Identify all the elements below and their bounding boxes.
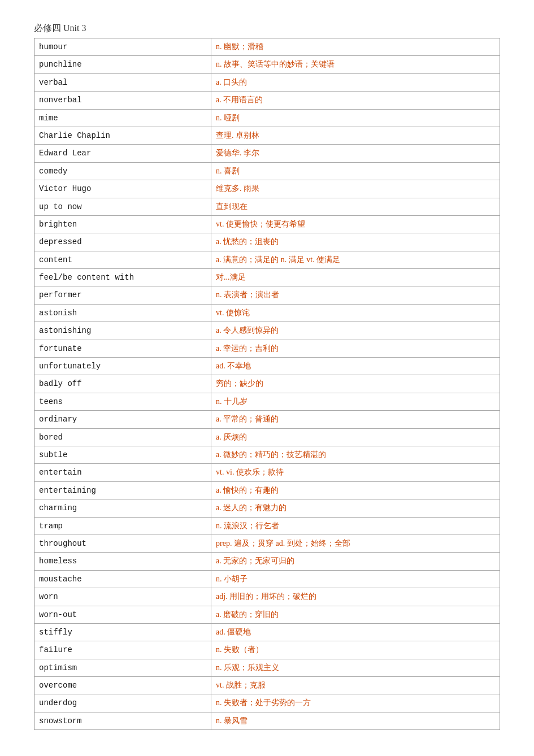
table-row: underdogn. 失败者；处于劣势的一方 — [34, 694, 500, 712]
definition-cell: 直到现在 — [211, 198, 500, 215]
table-row: overcomevt. 战胜；克服 — [34, 677, 500, 694]
word-cell: up to now — [34, 198, 211, 215]
definition-cell: a. 无家的；无家可归的 — [211, 553, 500, 570]
definition-cell: vt. 战胜；克服 — [211, 677, 500, 694]
definition-cell: adj. 用旧的；用坏的；破烂的 — [211, 588, 500, 606]
table-row: failuren. 失败（者） — [34, 641, 500, 659]
table-row: brightenvt. 使更愉快；使更有希望 — [34, 215, 500, 233]
definition-cell: a. 忧愁的；沮丧的 — [211, 233, 500, 251]
table-row: Edward Lear爱德华. 李尔 — [34, 145, 500, 162]
table-row: comedyn. 喜剧 — [34, 162, 500, 180]
definition-cell: a. 磨破的；穿旧的 — [211, 606, 500, 623]
word-cell: subtle — [34, 446, 211, 463]
definition-cell: prep. 遍及；贯穿 ad. 到处；始终；全部 — [211, 535, 500, 552]
word-cell: comedy — [34, 162, 211, 180]
table-row: teensn. 十几岁 — [34, 393, 500, 410]
definition-cell: a. 不用语言的 — [211, 92, 500, 109]
word-cell: unfortunately — [34, 358, 211, 375]
page-title: 必修四 Unit 3 — [34, 23, 500, 34]
word-cell: ordinary — [34, 411, 211, 428]
definition-cell: ad. 不幸地 — [211, 358, 500, 375]
table-row: performern. 表演者；演出者 — [34, 286, 500, 304]
word-cell: worn — [34, 588, 211, 606]
table-row: Charlie Chaplin查理. 卓别林 — [34, 127, 500, 144]
word-cell: content — [34, 251, 211, 268]
word-cell: failure — [34, 641, 211, 659]
definition-cell: a. 平常的；普通的 — [211, 411, 500, 428]
definition-cell: a. 满意的；满足的 n. 满足 vt. 使满足 — [211, 251, 500, 268]
definition-cell: vt. 使惊诧 — [211, 304, 500, 321]
word-cell: astonishing — [34, 322, 211, 340]
word-cell: punchline — [34, 56, 211, 73]
word-cell: bored — [34, 428, 211, 446]
definition-cell: n. 乐观；乐观主义 — [211, 659, 500, 676]
table-row: fortunatea. 幸运的；吉利的 — [34, 340, 500, 357]
word-cell: teens — [34, 393, 211, 410]
table-row: entertaininga. 愉快的；有趣的 — [34, 481, 500, 499]
word-cell: performer — [34, 286, 211, 304]
definition-cell: a. 令人感到惊异的 — [211, 322, 500, 340]
definition-cell: n. 流浪汉；行乞者 — [211, 517, 500, 535]
table-row: nonverbala. 不用语言的 — [34, 92, 500, 109]
table-row: verbala. 口头的 — [34, 73, 500, 91]
definition-cell: a. 迷人的；有魅力的 — [211, 499, 500, 517]
word-cell: Edward Lear — [34, 145, 211, 162]
definition-cell: a. 微妙的；精巧的；技艺精湛的 — [211, 446, 500, 463]
definition-cell: n. 故事、笑话等中的妙语；关键语 — [211, 56, 500, 73]
table-row: contenta. 满意的；满足的 n. 满足 vt. 使满足 — [34, 251, 500, 268]
table-row: stifflyad. 僵硬地 — [34, 623, 500, 641]
table-row: mimen. 哑剧 — [34, 109, 500, 127]
word-cell: optimism — [34, 659, 211, 676]
definition-cell: n. 喜剧 — [211, 162, 500, 180]
table-row: feel/be content with对...满足 — [34, 269, 500, 286]
word-cell: fortunate — [34, 340, 211, 357]
definition-cell: vt. 使更愉快；使更有希望 — [211, 215, 500, 233]
word-cell: brighten — [34, 215, 211, 233]
word-cell: underdog — [34, 694, 211, 712]
word-cell: entertain — [34, 464, 211, 481]
word-cell: badly off — [34, 375, 211, 393]
table-row: boreda. 厌烦的 — [34, 428, 500, 446]
definition-cell: n. 失败者；处于劣势的一方 — [211, 694, 500, 712]
table-row: depresseda. 忧愁的；沮丧的 — [34, 233, 500, 251]
table-row: optimismn. 乐观；乐观主义 — [34, 659, 500, 676]
word-cell: moustache — [34, 570, 211, 588]
table-row: humourn. 幽默；滑稽 — [34, 38, 500, 56]
word-cell: snowstorm — [34, 712, 211, 729]
table-row: Victor Hugo维克多. 雨果 — [34, 180, 500, 198]
word-cell: depressed — [34, 233, 211, 251]
definition-cell: n. 暴风雪 — [211, 712, 500, 729]
table-row: wornadj. 用旧的；用坏的；破烂的 — [34, 588, 500, 606]
definition-cell: n. 哑剧 — [211, 109, 500, 127]
table-row: trampn. 流浪汉；行乞者 — [34, 517, 500, 535]
definition-cell: a. 厌烦的 — [211, 428, 500, 446]
definition-cell: 对...满足 — [211, 269, 500, 286]
vocabulary-table: humourn. 幽默；滑稽punchlinen. 故事、笑话等中的妙语；关键语… — [34, 38, 500, 730]
word-cell: overcome — [34, 677, 211, 694]
table-row: snowstormn. 暴风雪 — [34, 712, 500, 729]
word-cell: mime — [34, 109, 211, 127]
table-row: worn-outa. 磨破的；穿旧的 — [34, 606, 500, 623]
definition-cell: a. 幸运的；吉利的 — [211, 340, 500, 357]
table-row: throughoutprep. 遍及；贯穿 ad. 到处；始终；全部 — [34, 535, 500, 552]
word-cell: stiffly — [34, 623, 211, 641]
word-cell: Victor Hugo — [34, 180, 211, 198]
word-cell: worn-out — [34, 606, 211, 623]
word-cell: nonverbal — [34, 92, 211, 109]
definition-cell: vt. vi. 使欢乐；款待 — [211, 464, 500, 481]
table-row: punchlinen. 故事、笑话等中的妙语；关键语 — [34, 56, 500, 73]
table-row: badly off穷的；缺少的 — [34, 375, 500, 393]
definition-cell: a. 口头的 — [211, 73, 500, 91]
word-cell: charming — [34, 499, 211, 517]
table-row: astonishvt. 使惊诧 — [34, 304, 500, 321]
definition-cell: n. 小胡子 — [211, 570, 500, 588]
definition-cell: 查理. 卓别林 — [211, 127, 500, 144]
table-row: unfortunatelyad. 不幸地 — [34, 358, 500, 375]
word-cell: tramp — [34, 517, 211, 535]
definition-cell: 爱德华. 李尔 — [211, 145, 500, 162]
table-row: ordinarya. 平常的；普通的 — [34, 411, 500, 428]
table-row: moustachen. 小胡子 — [34, 570, 500, 588]
table-row: entertainvt. vi. 使欢乐；款待 — [34, 464, 500, 481]
definition-cell: n. 十几岁 — [211, 393, 500, 410]
table-row: subtlea. 微妙的；精巧的；技艺精湛的 — [34, 446, 500, 463]
